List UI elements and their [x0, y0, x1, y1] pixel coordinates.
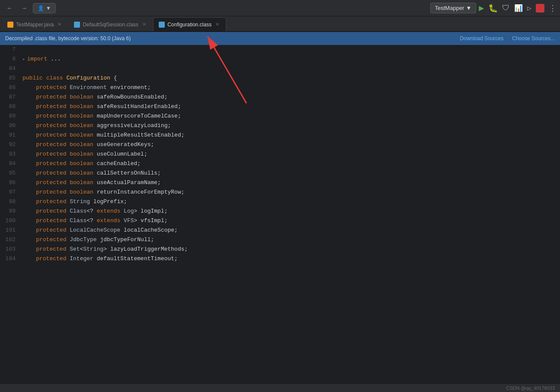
- tabs-bar: TestMapper.java ✕ DefaultSqlSession.clas…: [0, 16, 560, 32]
- collapse-icon[interactable]: ▸: [22, 57, 26, 62]
- table-row: 100 protected Class<? extends VFS> vfsIm…: [0, 216, 560, 226]
- line-content: protected boolean useGeneratedKeys;: [22, 140, 560, 150]
- download-sources-link[interactable]: Download Sources: [460, 35, 504, 41]
- more-actions-button[interactable]: ▷: [527, 4, 531, 13]
- line-content: protected JdbcType jdbcTypeForNull;: [22, 235, 560, 245]
- table-row: 101 protected LocalCacheScope localCache…: [0, 226, 560, 235]
- table-row: 99 protected Class<? extends Log> logImp…: [0, 207, 560, 216]
- line-number: 100: [0, 216, 22, 226]
- choose-sources-link[interactable]: Choose Sources...: [512, 35, 555, 41]
- line-number: 92: [0, 140, 22, 150]
- tab-configuration[interactable]: Configuration.class ✕: [153, 17, 226, 31]
- line-content: protected boolean safeResultHandlerEnabl…: [22, 102, 560, 112]
- tab-testmapper-label: TestMapper.java: [16, 22, 54, 28]
- line-number: 104: [0, 254, 22, 264]
- line-number: 85: [0, 73, 22, 83]
- table-row: 8 ▸import ...: [0, 54, 560, 64]
- line-number: 97: [0, 188, 22, 197]
- table-row: 92 protected boolean useGeneratedKeys;: [0, 140, 560, 150]
- line-number: 90: [0, 121, 22, 131]
- line-content: protected boolean aggressiveLazyLoading;: [22, 121, 560, 131]
- tab-configuration-close[interactable]: ✕: [214, 21, 221, 28]
- statusbar-text: CSDN @qq_40178533: [506, 386, 555, 391]
- table-row: 89 protected boolean mapUnderscoreToCame…: [0, 112, 560, 121]
- table-row: 94 protected boolean cacheEnabled;: [0, 159, 560, 169]
- table-row: 97 protected boolean returnInstanceForEm…: [0, 188, 560, 197]
- line-number: 99: [0, 207, 22, 216]
- line-number: 88: [0, 102, 22, 112]
- table-row: 103 protected Set<String> lazyLoadTrigge…: [0, 245, 560, 254]
- tab-defaultsqlsession-label: DefaultSqlSession.class: [83, 22, 138, 28]
- line-number: 101: [0, 226, 22, 235]
- line-number: 103: [0, 245, 22, 254]
- tab-defaultsqlsession[interactable]: DefaultSqlSession.class ✕: [68, 17, 153, 31]
- line-number: 84: [0, 64, 22, 73]
- table-row: 93 protected boolean useColumnLabel;: [0, 150, 560, 159]
- forward-button[interactable]: →: [18, 2, 30, 14]
- testmapper-label: TestMapper: [435, 5, 464, 11]
- debug-button[interactable]: 🐛: [488, 3, 498, 13]
- code-editor: 7 8 ▸import ... 84 85 public class Confi…: [0, 45, 560, 383]
- table-row: 84: [0, 64, 560, 73]
- infobar: Decompiled .class file, bytecode version…: [0, 32, 560, 45]
- more-toolbar-button[interactable]: ⋮: [549, 3, 557, 13]
- tab-defaultsqlsession-icon: [74, 22, 80, 28]
- table-row: 102 protected JdbcType jdbcTypeForNull;: [0, 235, 560, 245]
- line-number: 87: [0, 92, 22, 102]
- run-button[interactable]: ▶: [479, 3, 484, 13]
- line-content: protected String logPrefix;: [22, 197, 560, 207]
- table-row: 90 protected boolean aggressiveLazyLoadi…: [0, 121, 560, 131]
- testmapper-run-config[interactable]: TestMapper ▼: [430, 3, 477, 13]
- tab-defaultsqlsession-close[interactable]: ✕: [141, 21, 147, 28]
- line-number: 91: [0, 131, 22, 140]
- table-row: 7: [0, 45, 560, 54]
- profile-run-button[interactable]: 📊: [514, 4, 523, 13]
- infobar-message: Decompiled .class file, bytecode version…: [5, 35, 451, 41]
- line-number: 8: [0, 54, 22, 64]
- table-row: 104 protected Integer defaultStatementTi…: [0, 254, 560, 264]
- line-number: 96: [0, 178, 22, 188]
- profile-icon: 👤: [38, 5, 44, 11]
- profile-button[interactable]: 👤 ▼: [33, 3, 56, 13]
- line-content: protected boolean useActualParamName;: [22, 178, 560, 188]
- line-number: 98: [0, 197, 22, 207]
- tab-testmapper[interactable]: TestMapper.java ✕: [2, 17, 68, 31]
- back-button[interactable]: ←: [3, 2, 16, 14]
- line-number: 89: [0, 112, 22, 121]
- table-row: 98 protected String logPrefix;: [0, 197, 560, 207]
- line-content: protected boolean useColumnLabel;: [22, 150, 560, 159]
- table-row: 87 protected boolean safeRowBoundsEnable…: [0, 92, 560, 102]
- table-row: 86 protected Environment environment;: [0, 83, 560, 92]
- line-content: protected Class<? extends Log> logImpl;: [22, 207, 560, 216]
- top-toolbar: ← → 👤 ▼ TestMapper ▼ ▶ 🐛 🛡 📊 ▷ ⋮: [0, 0, 560, 16]
- coverage-button[interactable]: 🛡: [502, 3, 510, 13]
- profile-dropdown-icon: ▼: [46, 5, 51, 11]
- table-row: 88 protected boolean safeResultHandlerEn…: [0, 102, 560, 112]
- line-content: protected boolean multipleResultSetsEnab…: [22, 131, 560, 140]
- line-content: protected boolean callSettersOnNulls;: [22, 169, 560, 178]
- line-content: protected boolean safeRowBoundsEnabled;: [22, 92, 560, 102]
- line-content: ▸import ...: [22, 54, 560, 64]
- tab-testmapper-close[interactable]: ✕: [56, 21, 63, 28]
- tab-configuration-label: Configuration.class: [167, 22, 211, 28]
- statusbar: CSDN @qq_40178533: [0, 383, 560, 392]
- tab-configuration-icon: [159, 22, 165, 28]
- stop-button[interactable]: [536, 4, 544, 13]
- line-number: 86: [0, 83, 22, 92]
- line-content: protected Integer defaultStatementTimeou…: [22, 254, 560, 264]
- table-row: 95 protected boolean callSettersOnNulls;: [0, 169, 560, 178]
- line-content: protected LocalCacheScope localCacheScop…: [22, 226, 560, 235]
- testmapper-dropdown-icon: ▼: [466, 5, 471, 11]
- line-content: protected Class<? extends VFS> vfsImpl;: [22, 216, 560, 226]
- line-content: protected Set<String> lazyLoadTriggerMet…: [22, 245, 560, 254]
- line-number: 93: [0, 150, 22, 159]
- line-content: protected boolean cacheEnabled;: [22, 159, 560, 169]
- table-row: 96 protected boolean useActualParamName;: [0, 178, 560, 188]
- line-number: 102: [0, 235, 22, 245]
- line-number: 94: [0, 159, 22, 169]
- line-content: protected boolean mapUnderscoreToCamelCa…: [22, 112, 560, 121]
- line-content: protected boolean returnInstanceForEmpty…: [22, 188, 560, 197]
- table-row: 91 protected boolean multipleResultSetsE…: [0, 131, 560, 140]
- table-row: 85 public class Configuration {: [0, 73, 560, 83]
- tab-testmapper-icon: [7, 22, 13, 28]
